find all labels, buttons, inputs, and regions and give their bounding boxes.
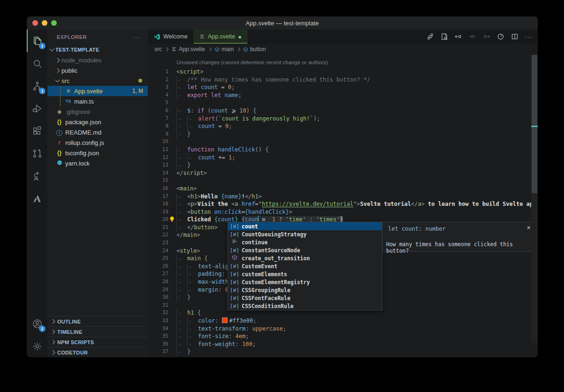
intellisense-suggest-widget: [ø]count[ø]CountQueuingStrategycontinue[… — [228, 222, 382, 310]
file-tree-item[interactable]: src — [47, 75, 148, 86]
sidebar-section-npm-scripts[interactable]: NPM SCRIPTS — [47, 337, 148, 347]
source-control-icon[interactable]: 1 — [27, 75, 47, 97]
file-tree-item[interactable]: {}tsconfig.json — [47, 148, 148, 158]
suggest-label: CSSGroupingRule — [242, 287, 290, 294]
chevron-right-icon — [236, 47, 240, 51]
accounts-icon[interactable]: 1 — [27, 312, 47, 335]
sidebar-section-timeline[interactable]: TIMELINE — [47, 326, 148, 337]
code-line[interactable]: 17→<h1>Hello {name}!</h1> — [148, 193, 538, 201]
suggest-item[interactable]: [ø]CSSFontFaceRule — [228, 294, 382, 302]
extensions-icon[interactable] — [27, 120, 47, 142]
scrollbar-slider[interactable] — [532, 55, 537, 193]
code-lines: 1<script>2→/** How many times has someon… — [148, 68, 538, 356]
line-number: 24 — [148, 247, 168, 255]
line-number: 30 — [148, 294, 168, 302]
yarn-file-icon — [56, 160, 63, 166]
code-line[interactable]: 15 — [148, 177, 538, 185]
suggest-item[interactable]: [ø]ConstantSourceNode — [228, 246, 382, 254]
editor-scrollbar[interactable] — [531, 55, 538, 343]
code-line[interactable]: 10 — [148, 138, 538, 146]
code-line[interactable]: 2→/** How many times has someone clicked… — [148, 76, 538, 84]
suggest-item[interactable]: [ø]CountQueuingStrategy — [228, 230, 382, 238]
code-line[interactable]: 35→→font-size: 4em; — [148, 332, 538, 340]
file-tree-item[interactable]: iREADME.md — [47, 127, 148, 137]
azure-icon[interactable] — [27, 187, 47, 210]
symbol-variable-icon: [ø] — [230, 263, 239, 269]
code-line[interactable]: 12→→count += 1; — [148, 154, 538, 162]
suggest-item[interactable]: [ø]CSSConditionRule — [228, 302, 382, 310]
code-line[interactable]: 33→→color: #ff3e00; — [148, 317, 538, 325]
line-number: 14 — [148, 169, 168, 177]
suggest-item[interactable]: continue — [228, 238, 382, 246]
code-line[interactable]: 37→} — [148, 348, 538, 356]
code-line[interactable]: 9→} — [148, 130, 538, 138]
codelens-annotation[interactable]: Unsaved changes (cannot determine recent… — [148, 55, 538, 68]
code-editor[interactable]: Unsaved changes (cannot determine recent… — [148, 55, 538, 357]
file-tree-item[interactable]: public — [47, 65, 148, 75]
workspace-root-folder[interactable]: TEST-TEMPLATE — [47, 45, 148, 55]
compare-changes-icon[interactable] — [425, 31, 435, 42]
file-tree-item[interactable]: yarn.lock — [47, 158, 148, 168]
code-line[interactable]: 5 — [148, 99, 538, 107]
file-label: .gitignore — [65, 108, 90, 115]
suggest-item[interactable]: create_out_transition — [228, 254, 382, 262]
tab-app-svelte[interactable]: App.svelte● — [194, 30, 248, 44]
open-changes-icon[interactable] — [439, 31, 450, 42]
code-line[interactable]: 13→} — [148, 161, 538, 169]
git-file-icon: ◆ — [56, 108, 63, 115]
suggest-item[interactable]: [ø]count — [228, 222, 382, 230]
previous-change-icon[interactable] — [453, 31, 464, 42]
code-line[interactable]: 8→→count = 9; — [148, 122, 538, 130]
breadcrumb-item[interactable]: main — [214, 46, 234, 53]
css-color-swatch-icon — [222, 317, 228, 323]
suggest-item[interactable]: [ø]CustomEvent — [228, 262, 382, 270]
github-pull-requests-icon[interactable] — [27, 142, 47, 165]
editor-toolbar: ··· — [425, 30, 534, 44]
file-tree-item[interactable]: TSmain.ts — [47, 96, 148, 106]
sidebar-section-outline[interactable]: OUTLINE — [47, 316, 148, 326]
file-tree-item[interactable]: {}package.json — [47, 117, 148, 127]
code-line[interactable]: 19→<button on:click={handleClick}> — [148, 208, 538, 216]
code-line[interactable]: 7→→alert(`count is dangerously high!`); — [148, 115, 538, 123]
file-tree-item[interactable]: node_modules — [47, 55, 148, 65]
line-number: 1 — [148, 68, 168, 76]
file-tree-item[interactable]: rrollup.config.js — [47, 137, 148, 148]
run-and-debug-icon[interactable] — [27, 97, 47, 120]
file-tree-item[interactable]: ≡App.svelte1, M — [47, 86, 148, 96]
breadcrumb-item[interactable]: src — [154, 46, 162, 53]
line-number: 9 — [148, 130, 168, 138]
code-line[interactable]: 36→→font-weight: 100; — [148, 340, 538, 348]
explorer-icon[interactable]: 1 — [27, 30, 47, 52]
sidebar-section-codetour[interactable]: CODETOUR — [47, 347, 148, 357]
close-icon[interactable]: × — [527, 224, 531, 231]
code-line[interactable]: 1<script> — [148, 68, 538, 76]
suggest-label: CSSFontFaceRule — [242, 295, 290, 302]
line-number: 33 — [148, 317, 168, 325]
code-line[interactable]: 34→→text-transform: uppercase; — [148, 325, 538, 333]
split-editor-icon[interactable] — [509, 31, 520, 42]
symbol-icon — [214, 47, 220, 52]
more-actions-icon[interactable]: ··· — [523, 31, 534, 42]
file-history-icon[interactable] — [495, 31, 506, 42]
breadcrumb-item[interactable]: App.svelte — [171, 46, 205, 53]
suggest-item[interactable]: [ø]CSSGroupingRule — [228, 286, 382, 294]
code-line[interactable]: 3→let count = 0; — [148, 83, 538, 91]
settings-gear-icon[interactable] — [27, 335, 47, 357]
explorer-more-actions-icon[interactable]: ··· — [133, 34, 142, 41]
live-share-icon[interactable] — [27, 165, 47, 187]
symbol-variable-icon: [ø] — [230, 287, 239, 293]
suggest-item[interactable]: [ø]customElements — [228, 270, 382, 278]
code-line[interactable]: 4→export let name; — [148, 91, 538, 99]
breadcrumb-item[interactable]: button — [243, 46, 266, 53]
code-line[interactable]: 14</script> — [148, 169, 538, 177]
vscode-window: App.svelte — test-template 1 1 — [27, 16, 538, 357]
code-line[interactable]: 16<main> — [148, 185, 538, 193]
code-line[interactable]: 11→function handleClick() { — [148, 146, 538, 154]
search-icon[interactable] — [27, 52, 47, 75]
tab-welcome[interactable]: Welcome — [148, 30, 194, 44]
sidebar-sections: OUTLINETIMELINENPM SCRIPTSCODETOUR — [47, 316, 148, 357]
file-tree-item[interactable]: ◆.gitignore — [47, 106, 148, 117]
code-line[interactable]: 6→$: if (count ⩾ 10) { — [148, 107, 538, 115]
code-line[interactable]: 18→<p>Visit the <a href="https://svelte.… — [148, 200, 538, 208]
suggest-item[interactable]: [ø]CustomElementRegistry — [228, 278, 382, 286]
